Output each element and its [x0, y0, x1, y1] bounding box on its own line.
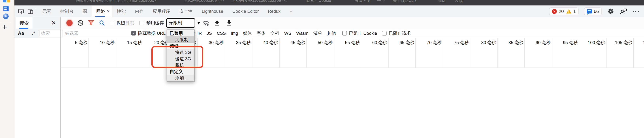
resource-filter-pill[interactable]: 文档	[270, 30, 279, 36]
divider	[36, 8, 36, 14]
resource-filter-pill[interactable]: 字体	[257, 30, 266, 36]
network-filter-input[interactable]	[65, 30, 128, 37]
tick-label: 110 毫秒	[634, 38, 644, 46]
tab-label: 源	[83, 8, 87, 14]
annotation-highlight-box	[152, 46, 203, 68]
resource-filter-pill[interactable]: 其他	[327, 30, 336, 36]
warning-icon	[566, 9, 572, 13]
disable-cache-checkbox[interactable]: 禁用缓存	[140, 20, 164, 26]
timeline-tick: 110 毫秒	[634, 38, 644, 68]
timeline-tick: 75 毫秒	[443, 38, 470, 68]
warning-count: 1	[573, 9, 576, 14]
tab-search[interactable]: 搜索	[16, 17, 32, 29]
page-footer-text: 京公网安备11010602022097号	[232, 0, 287, 3]
checkbox-unchecked[interactable]	[110, 21, 114, 25]
checkbox-checked[interactable]	[131, 31, 136, 36]
resource-filter-pill[interactable]: Wasm	[296, 31, 308, 36]
devtools-tab[interactable]: Cookie Editor	[228, 5, 263, 17]
menu-item-label: 无限制	[175, 37, 188, 43]
tick-label: 30 毫秒	[198, 38, 225, 46]
tab-label: Cookie Editor	[232, 9, 259, 14]
tick-label: 45 毫秒	[280, 38, 306, 46]
devtools-tab[interactable]: 网络	[92, 5, 112, 17]
settings-button[interactable]	[607, 8, 614, 15]
checkbox-unchecked[interactable]	[382, 31, 386, 36]
throttling-menu-item[interactable]: 添加...	[167, 75, 194, 81]
blocked-cookies-checkbox[interactable]: 已阻止 Cookie	[342, 30, 377, 36]
import-har-button[interactable]	[214, 20, 220, 26]
timeline-tick: 45 毫秒	[280, 38, 307, 68]
console-errors-badge[interactable]: 20 1	[549, 7, 578, 15]
tick-label: 70 毫秒	[416, 38, 443, 46]
preserve-log-label: 保留日志	[116, 20, 134, 26]
devtools-tab[interactable]: 性能	[112, 5, 130, 17]
devtools-tab[interactable]: 应用程序	[148, 5, 175, 17]
checkbox-unchecked[interactable]	[140, 21, 144, 25]
match-case-toggle[interactable]: Aa	[18, 30, 24, 36]
menu-item-label: 添加...	[175, 75, 188, 81]
issues-badge[interactable]: 66	[584, 7, 602, 15]
regex-toggle[interactable]: .*	[32, 30, 35, 36]
feedback-button[interactable]	[620, 8, 627, 15]
preserve-log-checkbox[interactable]: 保留日志	[110, 20, 134, 26]
devtools-tab[interactable]: 内存	[130, 5, 148, 17]
devtools-tab[interactable]: Lighthouse	[197, 5, 228, 17]
resource-filter-pill[interactable]: 媒体	[243, 30, 252, 36]
export-har-button[interactable]	[226, 20, 232, 26]
search-network-button[interactable]	[99, 20, 105, 26]
person-chat-icon	[620, 8, 627, 14]
device-toolbar-button[interactable]	[27, 8, 34, 15]
devtools-tab[interactable]: 控制台	[56, 5, 78, 17]
blocked-requests-checkbox[interactable]: 已阻止请求	[382, 30, 411, 36]
resource-filter-pill[interactable]: CSS	[217, 31, 226, 36]
devtools-tab[interactable]: +	[285, 5, 297, 17]
devtools-tab[interactable]: 安全性	[175, 5, 197, 17]
tick-label: 40 毫秒	[252, 38, 279, 46]
dot	[635, 11, 636, 12]
throttling-menu-item[interactable]: 无限制	[167, 36, 194, 43]
globe-app-icon[interactable]	[3, 13, 8, 19]
resource-filter-pill[interactable]: 清单	[314, 30, 322, 36]
page-footer-text: 京ICP备10050369号-7	[184, 0, 224, 3]
tab-label: 网络	[96, 8, 105, 14]
page-footer-text: 反馈	[455, 0, 463, 3]
partial-logo-icon	[3, 0, 10, 2]
hide-data-urls-checkbox[interactable]: 隐藏数据 URL	[131, 30, 166, 36]
add-button[interactable]: +	[2, 23, 7, 31]
timeline-tick: 90 毫秒	[525, 38, 552, 68]
tick-label: 55 毫秒	[334, 38, 361, 46]
ruler-bottom-divider	[60, 68, 644, 68]
resource-filter-pill[interactable]: JS	[207, 31, 212, 36]
close-search-panel-button[interactable]: ✕	[51, 20, 56, 26]
close-icon[interactable]	[107, 9, 110, 14]
timeline-tick: 65 毫秒	[388, 38, 416, 68]
network-conditions-button[interactable]	[202, 19, 209, 26]
timeline-tick: 5 毫秒	[60, 38, 89, 68]
devtools-tab[interactable]: Redux	[263, 5, 285, 17]
resource-filter-pill[interactable]: Img	[231, 31, 238, 36]
checkbox-unchecked[interactable]	[342, 31, 347, 36]
funnel-icon	[88, 20, 94, 26]
tab-label: 性能	[117, 8, 126, 14]
devtools-tab[interactable]: 源	[78, 5, 92, 17]
timeline-tick: 55 毫秒	[334, 38, 361, 68]
tick-label: 35 毫秒	[225, 38, 252, 46]
tick-label: 20 毫秒	[143, 38, 170, 46]
docs-app-icon[interactable]	[3, 6, 9, 11]
search-input[interactable]	[39, 30, 63, 37]
hide-data-urls-label: 隐藏数据 URL	[138, 30, 166, 36]
resource-filter-pill[interactable]: WS	[284, 31, 291, 36]
filter-toggle-button[interactable]	[88, 20, 94, 26]
throttling-select[interactable]: 无限制	[166, 18, 195, 28]
chevron-down-icon[interactable]	[197, 22, 200, 24]
inspect-cursor-icon	[18, 8, 24, 14]
record-network-log-button[interactable]	[66, 20, 72, 26]
issues-message-icon	[587, 9, 592, 13]
devtools-window: 增值电信业务经营许可证：合字B2-20090007京ICP备10050369号-…	[14, 0, 644, 138]
clear-network-log-button[interactable]	[77, 20, 84, 26]
inspect-element-button[interactable]	[17, 8, 24, 15]
menu-item-label: 已禁用	[170, 30, 183, 36]
gear-icon	[608, 8, 614, 14]
devtools-tab[interactable]: 元素	[38, 5, 56, 17]
more-options-button[interactable]	[633, 11, 639, 12]
